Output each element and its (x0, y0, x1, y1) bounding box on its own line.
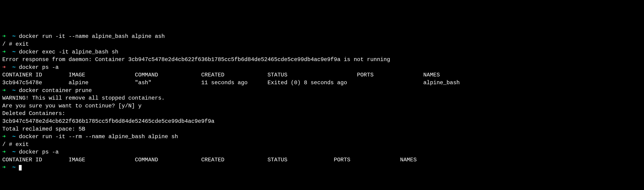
prompt-arrow-icon: ➜ (2, 149, 6, 155)
cursor[interactable] (19, 165, 22, 171)
output-text: / # exit (2, 141, 29, 148)
output-text: WARNING! This will remove all stopped co… (2, 95, 165, 101)
terminal-line: / # exit (2, 141, 642, 148)
command-text: docker ps -a (19, 149, 59, 155)
prompt-arrow-icon: ➜ (2, 88, 6, 94)
terminal-line: ➜ ~ docker ps -a (2, 64, 642, 71)
prompt-arrow-icon: ➜ (2, 33, 6, 39)
prompt-cwd: ~ (12, 88, 16, 94)
output-text: Are you sure you want to continue? [y/N]… (2, 103, 142, 109)
terminal-line: ➜ ~ docker container prune (2, 87, 642, 95)
terminal-line: 3cb947c5478e2d4cb622f636b1785cc5fb6d84de… (2, 117, 642, 125)
prompt-arrow-icon: ➜ (2, 164, 6, 171)
terminal-line: 3cb947c5478e alpine "ash" 11 seconds ago… (2, 79, 642, 87)
output-text: 3cb947c5478e alpine "ash" 11 seconds ago… (2, 80, 460, 86)
command-text: docker ps -a (19, 64, 59, 71)
command-text: docker run -it --rm --name alpine_bash a… (19, 134, 178, 140)
output-text: CONTAINER ID IMAGE COMMAND CREATED STATU… (2, 72, 440, 78)
output-text: Deleted Containers: (2, 110, 65, 117)
output-text: Total reclaimed space: 5B (2, 126, 85, 132)
prompt-cwd: ~ (12, 149, 16, 155)
terminal-line: Total reclaimed space: 5B (2, 125, 642, 133)
output-text: 3cb947c5478e2d4cb622f636b1785cc5fb6d84de… (2, 118, 214, 124)
prompt-cwd: ~ (12, 64, 16, 71)
command-text: docker exec -it alpine_bash sh (19, 49, 118, 55)
output-text: / # exit (2, 41, 29, 47)
terminal-output[interactable]: ➜ ~ docker run -it --name alpine_bash al… (2, 33, 642, 171)
command-text: docker run -it --name alpine_bash alpine… (19, 33, 165, 39)
output-text: Error response from daemon: Container 3c… (2, 56, 390, 63)
prompt-arrow-icon: ➜ (2, 134, 6, 140)
prompt-arrow-icon: ➜ (2, 64, 6, 71)
terminal-line: Are you sure you want to continue? [y/N]… (2, 102, 642, 110)
terminal-line: ➜ ~ (2, 164, 642, 171)
terminal-line: Error response from daemon: Container 3c… (2, 56, 642, 64)
prompt-cwd: ~ (12, 49, 16, 55)
terminal-line: / # exit (2, 40, 642, 48)
terminal-line: CONTAINER ID IMAGE COMMAND CREATED STATU… (2, 71, 642, 79)
prompt-cwd: ~ (12, 164, 16, 171)
terminal-line: ➜ ~ docker run -it --rm --name alpine_ba… (2, 133, 642, 141)
terminal-line: ➜ ~ docker ps -a (2, 148, 642, 156)
prompt-cwd: ~ (12, 134, 16, 140)
terminal-line: WARNING! This will remove all stopped co… (2, 94, 642, 102)
terminal-line: Deleted Containers: (2, 110, 642, 117)
output-text: CONTAINER ID IMAGE COMMAND CREATED STATU… (2, 157, 416, 163)
terminal-line: CONTAINER ID IMAGE COMMAND CREATED STATU… (2, 156, 642, 164)
command-text: docker container prune (19, 88, 92, 94)
terminal-line: ➜ ~ docker run -it --name alpine_bash al… (2, 33, 642, 40)
prompt-arrow-icon: ➜ (2, 49, 6, 55)
prompt-cwd: ~ (12, 33, 16, 39)
terminal-line: ➜ ~ docker exec -it alpine_bash sh (2, 48, 642, 56)
